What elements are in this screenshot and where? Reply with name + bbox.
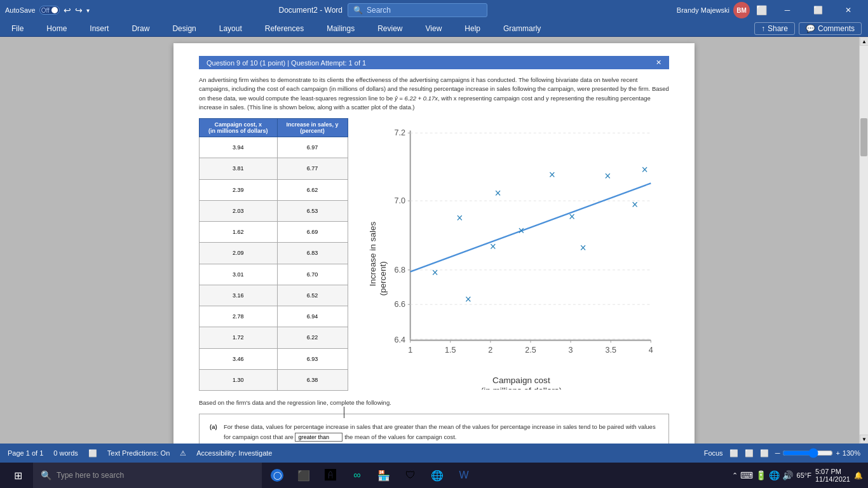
question-text: An advertising firm wishes to demonstrat…: [199, 76, 669, 112]
zoom-out-icon[interactable]: ─: [775, 449, 780, 457]
zoom-slider[interactable]: [782, 448, 833, 458]
network-icon[interactable]: 🌐: [769, 470, 780, 480]
question-text-part1: An advertising firm wishes to demonstrat…: [199, 76, 669, 111]
taskbar-icon-store[interactable]: 🏪: [371, 463, 397, 488]
start-button[interactable]: ⊞: [5, 463, 31, 488]
cortana-circle: ◯: [271, 469, 283, 482]
title-search-box[interactable]: 🔍 Search: [348, 3, 487, 17]
table-cell-x: 3.46: [200, 348, 278, 369]
user-avatar[interactable]: BM: [733, 2, 750, 18]
svg-text:1.5: 1.5: [445, 346, 456, 355]
taskbar-icon-word[interactable]: W: [451, 463, 477, 488]
document-page: Question 9 of 10 (1 point) | Question At…: [173, 43, 695, 444]
taskbar-icon-shield[interactable]: 🛡: [398, 463, 423, 488]
svg-text:×: ×: [489, 240, 496, 253]
ribbon-tab-grammarly[interactable]: Grammarly: [498, 22, 546, 36]
shield-icon: 🛡: [405, 470, 416, 481]
taskbar-search[interactable]: 🔍 Type here to search: [33, 463, 262, 488]
layout-icon-1[interactable]: ⬜: [729, 449, 738, 458]
table-cell-x: 2.09: [200, 243, 278, 264]
title-bar-center: Document2 - Word 🔍 Search: [90, 3, 677, 17]
focus-button[interactable]: Focus: [704, 449, 723, 457]
chevron-up-icon[interactable]: ⌃: [732, 471, 738, 480]
ribbon-display-icon[interactable]: ⬜: [754, 3, 769, 18]
table-cell-y: 6.52: [277, 285, 348, 306]
table-cell-x: 2.78: [200, 306, 278, 327]
date: 11/14/2021: [815, 475, 850, 483]
ribbon-tab-view[interactable]: View: [421, 22, 447, 36]
notification-icon[interactable]: 🔔: [854, 471, 863, 480]
scroll-up-button[interactable]: ▲: [860, 37, 868, 46]
ribbon: File Home Insert Draw Design Layout Refe…: [0, 20, 868, 37]
choose-one-select[interactable]: (Choose one) greater than less than: [295, 433, 342, 442]
autosave-toggle[interactable]: Off: [39, 6, 60, 15]
volume-icon[interactable]: 🔊: [782, 470, 793, 480]
ribbon-tab-home[interactable]: Home: [41, 22, 72, 36]
svg-text:6.4: 6.4: [394, 336, 405, 344]
maximize-button[interactable]: ⬜: [803, 0, 832, 20]
svg-text:×: ×: [456, 212, 463, 224]
formula: ŷ = 6.22 + 0.17x: [395, 95, 438, 102]
layout-icon-3[interactable]: ⬜: [760, 449, 769, 458]
table-cell-y: 6.53: [277, 200, 348, 221]
accessibility-text[interactable]: Accessibility: Investigate: [196, 449, 272, 457]
question-header-text: Question 9 of 10 (1 point) | Question At…: [207, 59, 366, 67]
svg-text:×: ×: [548, 168, 555, 181]
accessibility-icon[interactable]: ⚠: [180, 449, 186, 458]
taskbar-icons: ◯ ⬛ 🅰 ∞ 🏪 🛡 🌐 W: [264, 463, 477, 488]
keyboard-icon[interactable]: ⌨: [740, 470, 753, 480]
search-icon: 🔍: [353, 6, 363, 15]
taskbar-icon-taskview[interactable]: ⬛: [291, 463, 316, 488]
text-predictions[interactable]: Text Predictions: On: [107, 449, 170, 457]
table-row: 2.396.62: [200, 179, 348, 200]
task-view-icon: ⬛: [297, 470, 310, 482]
svg-text:1: 1: [408, 346, 412, 355]
taskbar-icon-infinity[interactable]: ∞: [344, 463, 370, 488]
zoom-in-icon[interactable]: +: [836, 449, 839, 457]
ribbon-tab-file[interactable]: File: [6, 22, 29, 36]
question-header: Question 9 of 10 (1 point) | Question At…: [199, 56, 669, 69]
layout-icon-2[interactable]: ⬜: [745, 449, 754, 458]
zoom-control[interactable]: ─ + 130%: [775, 448, 860, 458]
table-row: 2.096.83: [200, 243, 348, 264]
data-section: Campaign cost, x(in millions of dollars)…: [199, 118, 669, 391]
undo-icon[interactable]: ↩: [64, 5, 71, 15]
svg-text:4: 4: [648, 346, 653, 355]
part-a-text2: the mean of the values for campaign cost…: [344, 433, 456, 440]
time: 5:07 PM: [815, 468, 850, 475]
table-header-y: Increase in sales, y(percent): [277, 119, 348, 137]
language-icon[interactable]: ⬜: [88, 449, 97, 458]
taskbar-icon-chrome[interactable]: 🌐: [424, 463, 450, 488]
window-controls: ─ ⬜ ✕: [773, 0, 863, 20]
comments-button[interactable]: 💬 Comments: [799, 22, 862, 35]
ribbon-tab-help[interactable]: Help: [459, 22, 485, 36]
taskbar-right: ⌃ ⌨ 🔋 🌐 🔊 65°F 5:07 PM 11/14/2021 🔔: [732, 468, 863, 483]
share-button[interactable]: ↑ Share: [754, 22, 795, 35]
ribbon-tab-mailings[interactable]: Mailings: [322, 22, 360, 36]
table-cell-x: 2.39: [200, 179, 278, 200]
based-on-text: Based on the firm's data and the regress…: [199, 398, 669, 407]
ribbon-tab-design[interactable]: Design: [167, 22, 201, 36]
svg-text:×: ×: [604, 170, 611, 182]
ribbon-tab-review[interactable]: Review: [372, 22, 407, 36]
table-cell-x: 3.81: [200, 158, 278, 179]
close-question-icon[interactable]: ✕: [656, 58, 661, 67]
scroll-down-button[interactable]: ▼: [860, 435, 868, 444]
ribbon-tab-insert[interactable]: Insert: [85, 22, 114, 36]
part-a-label: (a): [210, 422, 220, 441]
taskbar-icon-cortana[interactable]: ◯: [264, 463, 290, 488]
ribbon-tab-layout[interactable]: Layout: [214, 22, 247, 36]
dropdown-wrapper[interactable]: (Choose one) greater than less than grea…: [295, 432, 342, 442]
taskbar-icon-amazon[interactable]: 🅰: [318, 463, 343, 488]
close-button[interactable]: ✕: [834, 0, 863, 20]
ribbon-right: ↑ Share 💬 Comments: [754, 22, 862, 35]
redo-icon[interactable]: ↪: [75, 5, 83, 15]
minimize-button[interactable]: ─: [773, 0, 802, 20]
vertical-scrollbar[interactable]: ▲ ▼: [859, 37, 868, 444]
windows-icon: ⊞: [14, 470, 22, 482]
scrollbar-thumb[interactable]: [860, 118, 867, 156]
ribbon-tab-draw[interactable]: Draw: [126, 22, 154, 36]
battery-icon[interactable]: 🔋: [756, 470, 766, 480]
table-cell-x: 3.16: [200, 285, 278, 306]
ribbon-tab-references[interactable]: References: [260, 22, 309, 36]
